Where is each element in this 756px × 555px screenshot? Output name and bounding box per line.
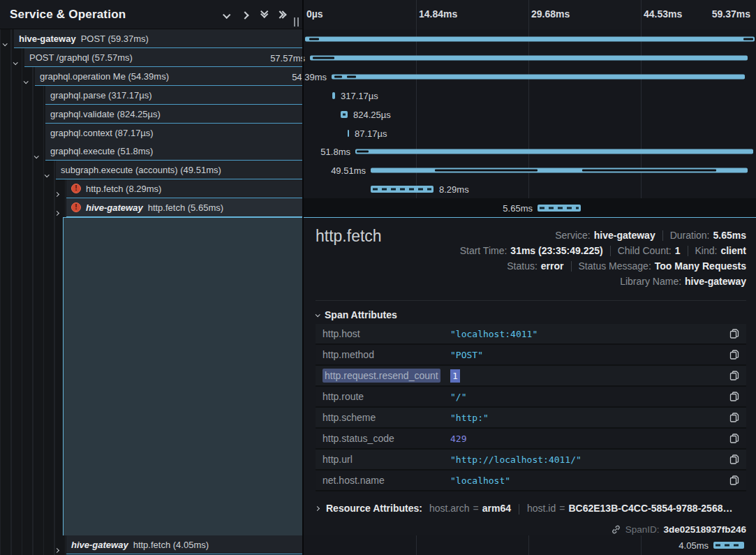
overview-label: Service:	[555, 230, 591, 241]
copy-icon[interactable]	[729, 349, 740, 360]
span-duration-bar[interactable]	[538, 205, 581, 212]
timeline-gridline	[416, 0, 417, 29]
error-icon: !	[71, 184, 81, 193]
resource-key: host.id	[527, 503, 556, 514]
timeline-span-row[interactable]: 87.17µs	[304, 124, 756, 142]
span-duration-bar[interactable]	[348, 130, 349, 137]
copy-icon[interactable]	[729, 370, 740, 381]
tree-span-row[interactable]: graphql.operation Me (54.39ms)	[0, 67, 302, 86]
resource-value: arm64	[482, 503, 511, 514]
panel-divider[interactable]	[302, 0, 304, 555]
bar-duration-label: 8.29ms	[439, 184, 469, 194]
attribute-key: net.host.name	[316, 475, 450, 486]
span-overview-line: Start Time:31ms (23:35:49.225)Child Coun…	[460, 243, 746, 258]
attribute-row[interactable]: http.url"http://localhost:4011/"	[316, 450, 746, 469]
bar-duration-label: 54.39ms	[292, 71, 327, 82]
span-attributes-section-header[interactable]: Span Attributes	[316, 309, 397, 320]
span-duration-bar[interactable]	[371, 186, 433, 193]
span-duration-bar[interactable]	[310, 55, 748, 60]
attribute-key: http.request.resend_count	[316, 370, 450, 381]
attribute-row[interactable]: http.request.resend_count1	[316, 366, 746, 385]
chevron-right-icon	[316, 506, 320, 511]
collapse-one-icon[interactable]	[223, 8, 229, 21]
tree-span-row[interactable]: !hive-gatewayhttp.fetch (5.65ms)	[0, 198, 302, 217]
chevron-right-icon[interactable]	[55, 205, 59, 218]
bar-duration-label: 317.17µs	[341, 90, 378, 101]
axis-tick-label: 0µs	[306, 8, 323, 20]
tree-span-row[interactable]: graphql.execute (51.8ms)	[0, 142, 302, 161]
span-duration-bar[interactable]	[332, 74, 745, 79]
copy-icon[interactable]	[729, 433, 740, 444]
operation-name: graphql.validate (824.25µs)	[50, 109, 161, 119]
span-duration-bar[interactable]	[371, 168, 748, 172]
attribute-key: http.url	[316, 454, 450, 465]
tree-span-row[interactable]: subgraph.execute (accounts) (49.51ms)	[0, 161, 302, 179]
chevron-right-icon[interactable]	[55, 542, 59, 555]
span-duration-bar[interactable]	[341, 111, 348, 118]
tree-span-row[interactable]: graphql.validate (824.25µs)	[0, 105, 302, 124]
span-overview-line: Library Name:hive-gateway	[460, 274, 746, 289]
attribute-row[interactable]: http.status_code429	[316, 429, 746, 448]
bar-duration-label: 4.05ms	[679, 540, 709, 550]
resource-attributes-section-header[interactable]: Resource Attributes: host.arch=arm64host…	[316, 503, 746, 515]
copy-icon[interactable]	[729, 391, 740, 402]
chevron-down-icon[interactable]	[24, 74, 27, 87]
attribute-row[interactable]: http.host"localhost:4011"	[316, 324, 746, 343]
timeline-span-row[interactable]: 5.65ms	[304, 198, 756, 217]
tree-span-row[interactable]: hive-gatewayPOST (59.37ms)	[0, 29, 302, 48]
timeline-span-row[interactable]: 57.57ms	[304, 48, 756, 67]
resource-key: host.arch	[429, 503, 470, 514]
copy-icon[interactable]	[729, 454, 740, 465]
link-icon[interactable]	[611, 524, 621, 535]
chevron-down-icon[interactable]	[13, 55, 17, 68]
attribute-row[interactable]: http.method"POST"	[316, 345, 746, 364]
overview-label: Status Message:	[579, 260, 651, 272]
operation-name: graphql.context (87.17µs)	[50, 128, 154, 138]
timeline-span-row[interactable]: 49.51ms	[304, 161, 756, 179]
tree-span-label: subgraph.execute (accounts) (49.51ms)	[56, 161, 302, 179]
timeline-span-row[interactable]: 824.25µs	[304, 105, 756, 124]
overview-value: 5.65ms	[713, 230, 746, 241]
chevron-down-icon	[316, 312, 320, 317]
span-duration-bar[interactable]	[305, 36, 755, 41]
tree-header: Service & Operation	[0, 0, 302, 29]
chevron-right-icon[interactable]	[55, 186, 59, 199]
operation-name: graphql.operation Me (54.39ms)	[40, 71, 169, 82]
timeline-span-row[interactable]	[304, 29, 756, 48]
tree-span-row[interactable]: hive-gatewayhttp.fetch (4.05ms)	[0, 535, 302, 554]
overview-label: Start Time:	[460, 245, 507, 256]
attribute-row[interactable]: http.scheme"http:"	[316, 408, 746, 427]
expand-one-icon[interactable]	[242, 8, 248, 21]
timeline-span-row[interactable]: 51.8ms	[304, 142, 756, 161]
copy-icon[interactable]	[729, 328, 740, 339]
collapse-all-icon[interactable]	[261, 12, 267, 17]
chevron-down-icon[interactable]	[3, 36, 6, 49]
overview-label: Child Count:	[618, 245, 672, 256]
span-id-value: 3de02518937fb246	[663, 524, 746, 535]
tree-span-row[interactable]: POST /graphql (57.57ms)	[0, 48, 302, 67]
copy-icon[interactable]	[729, 412, 740, 423]
expand-all-icon[interactable]	[280, 12, 286, 17]
child-span-segment	[357, 150, 369, 152]
span-duration-bar[interactable]	[713, 542, 744, 549]
timeline-span-row[interactable]: 54.39ms	[304, 67, 756, 86]
span-duration-bar[interactable]	[332, 92, 335, 99]
copy-icon[interactable]	[729, 475, 740, 486]
tree-span-label: hive-gatewayhttp.fetch (4.05ms)	[66, 535, 302, 554]
bar-duration-label: 57.57ms	[270, 52, 305, 63]
resource-value: BC62E13B-C4CC-5854-9788-2568…	[568, 503, 732, 514]
timeline-span-row[interactable]: 4.05ms	[304, 535, 756, 554]
panel-resize-handle[interactable]	[294, 17, 299, 27]
timeline-span-row[interactable]: 8.29ms	[304, 179, 756, 198]
span-duration-bar[interactable]	[355, 149, 753, 154]
chevron-down-icon[interactable]	[34, 149, 38, 161]
tree-span-row[interactable]: !http.fetch (8.29ms)	[0, 179, 302, 198]
equals-sign: =	[473, 503, 479, 514]
tree-span-row[interactable]: graphql.parse (317.17µs)	[0, 86, 302, 105]
chevron-down-icon[interactable]	[45, 168, 48, 180]
timeline-span-row[interactable]: 317.17µs	[304, 86, 756, 105]
attribute-row[interactable]: http.route"/"	[316, 387, 746, 406]
divider	[316, 300, 746, 301]
attribute-row[interactable]: net.host.name"localhost"	[316, 471, 746, 490]
tree-span-row[interactable]: graphql.context (87.17µs)	[0, 124, 302, 142]
